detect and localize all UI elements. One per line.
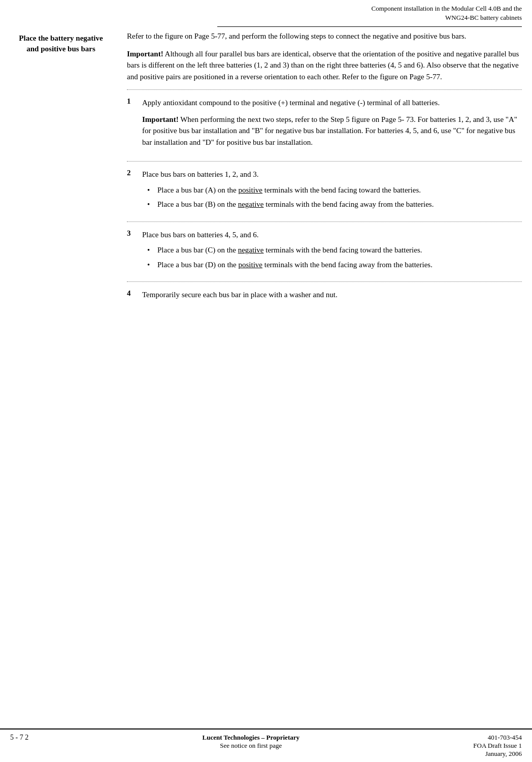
- step-2-bullet-1-pre: Place a bus bar (A) on the: [157, 186, 239, 194]
- step-2-bullet-2: Place a bus bar (B) on the negative term…: [147, 199, 522, 210]
- footer-center: Lucent Technologies – Proprietary See no…: [28, 734, 473, 750]
- right-col: Refer to the figure on Page 5-77, and pe…: [122, 30, 522, 721]
- step-1-content: Apply antioxidant compound to the positi…: [142, 97, 522, 154]
- divider-4: [127, 281, 522, 282]
- step-2-bullet-1-underline: positive: [239, 186, 263, 194]
- footer-issue: FOA Draft Issue 1: [473, 742, 522, 750]
- step-3-number: 3: [127, 229, 142, 275]
- header-line1: Component installation in the Modular Ce…: [372, 5, 522, 12]
- step-2-bullet-1-post: terminals with the bend facing toward th…: [262, 186, 421, 194]
- step-2-number: 2: [127, 169, 142, 214]
- step-2-bullet-2-post: terminals with the bend facing away from…: [264, 200, 434, 208]
- step-4-number: 4: [127, 289, 142, 301]
- step-3-bullets: Place a bus bar (C) on the negative term…: [147, 244, 522, 270]
- step-2-row: 2 Place bus bars on batteries 1, 2, and …: [127, 169, 522, 214]
- divider-3: [127, 221, 522, 222]
- footer-doc-num: 401-703-454: [473, 734, 522, 742]
- important-label-1: Important!: [127, 50, 163, 58]
- footer-date: January, 2006: [473, 750, 522, 758]
- step-2-bullet-1: Place a bus bar (A) on the positive term…: [147, 184, 522, 196]
- step-1-row: 1 Apply antioxidant compound to the posi…: [127, 97, 522, 154]
- section-title-line1: Place the battery negative: [19, 34, 103, 42]
- section-title: Place the battery negative and positive …: [10, 33, 112, 54]
- step-3-bullet-1-pre: Place a bus bar (C) on the: [157, 246, 238, 254]
- footer-notice: See notice on first page: [28, 742, 473, 750]
- divider-1: [127, 89, 522, 90]
- step-2-text: Place bus bars on batteries 1, 2, and 3.: [142, 169, 522, 180]
- step-3-bullet-2-post: terminals with the bend facing away from…: [262, 261, 433, 269]
- step-3-bullet-2-underline: positive: [239, 261, 263, 269]
- step-1-number: 1: [127, 97, 142, 154]
- footer-company: Lucent Technologies – Proprietary: [28, 734, 473, 742]
- step-2-bullets: Place a bus bar (A) on the positive term…: [147, 184, 522, 210]
- step-3-bullet-1-underline: negative: [238, 246, 264, 254]
- step-4-row: 4 Temporarily secure each bus bar in pla…: [127, 289, 522, 301]
- step-2-content: Place bus bars on batteries 1, 2, and 3.…: [142, 169, 522, 214]
- section-title-col: Place the battery negative and positive …: [10, 30, 122, 721]
- step-3-bullet-1: Place a bus bar (C) on the negative term…: [147, 244, 522, 256]
- main-content: Place the battery negative and positive …: [0, 20, 532, 721]
- important-block-1: Important! Although all four parallel bu…: [127, 48, 522, 83]
- section-title-line2: and positive bus bars: [26, 45, 95, 53]
- page-footer: 5 - 7 2 Lucent Technologies – Proprietar…: [0, 728, 532, 762]
- content-body: Place the battery negative and positive …: [0, 20, 532, 721]
- step-4-content: Temporarily secure each bus bar in place…: [142, 289, 522, 301]
- step-3-text: Place bus bars on batteries 4, 5, and 6.: [142, 229, 522, 241]
- step-3-bullet-2: Place a bus bar (D) on the positive term…: [147, 259, 522, 271]
- footer-page-num: 5 - 7 2: [10, 734, 28, 742]
- step-1-text: Apply antioxidant compound to the positi…: [142, 97, 522, 109]
- page-container: Component installation in the Modular Ce…: [0, 0, 532, 762]
- important-block-2: Important! When performing the next two …: [142, 114, 522, 148]
- step-3-content: Place bus bars on batteries 4, 5, and 6.…: [142, 229, 522, 275]
- step-3-bullet-1-post: terminals with the bend facing toward th…: [264, 246, 422, 254]
- step-4-text: Temporarily secure each bus bar in place…: [142, 289, 522, 301]
- step-2-bullet-2-pre: Place a bus bar (B) on the: [157, 200, 238, 208]
- step-2-bullet-2-underline: negative: [238, 200, 264, 208]
- important-label-2: Important!: [142, 115, 179, 123]
- step-3-bullet-2-pre: Place a bus bar (D) on the: [157, 261, 239, 269]
- intro-text: Refer to the figure on Page 5-77, and pe…: [127, 30, 522, 42]
- divider-2: [127, 161, 522, 162]
- step-3-row: 3 Place bus bars on batteries 4, 5, and …: [127, 229, 522, 275]
- footer-right: 401-703-454 FOA Draft Issue 1 January, 2…: [473, 734, 522, 758]
- important-text-1: Although all four parallel bus bars are …: [127, 50, 519, 81]
- important-text-2: When performing the next two steps, refe…: [142, 115, 517, 146]
- footer-left: 5 - 7 2: [10, 734, 28, 742]
